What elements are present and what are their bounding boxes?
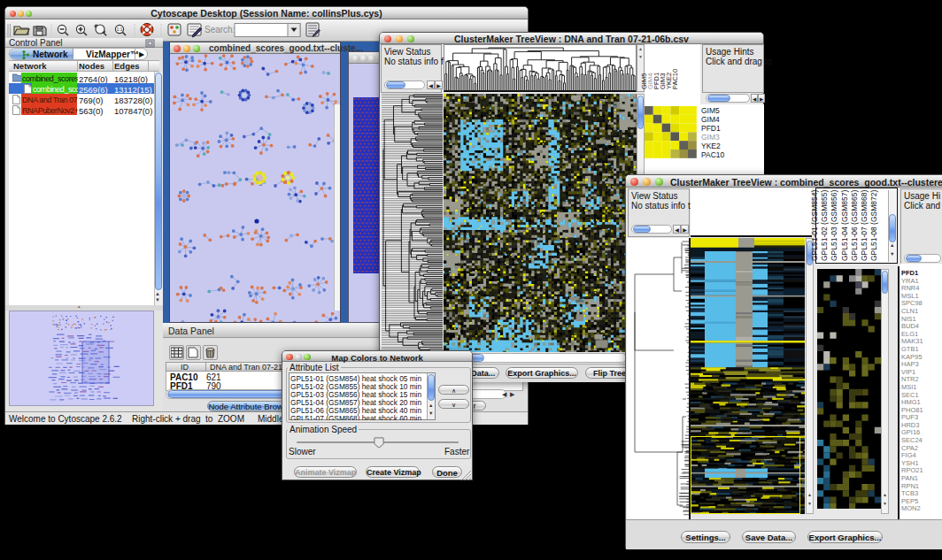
svg-text:Search:: Search: [205,25,235,35]
svg-text:1:1: 1:1 [117,27,123,32]
